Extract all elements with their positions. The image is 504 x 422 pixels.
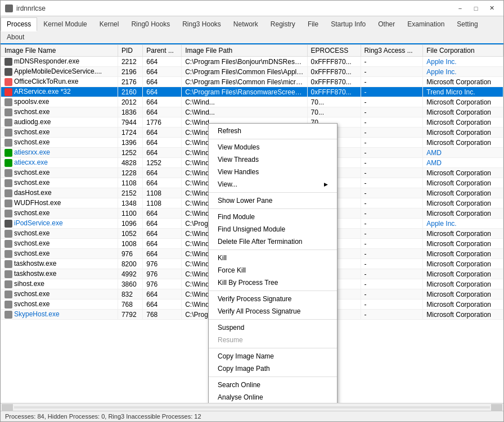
tab-registry[interactable]: Registry [264, 17, 302, 30]
tab-about[interactable]: About [1, 30, 30, 43]
process-pid: 3860 [118, 279, 142, 289]
process-ring3: - [361, 269, 423, 279]
process-path: C:\Program Files\Bonjour\mDNSResponder.e… [182, 57, 307, 67]
process-corp: AMD [423, 158, 503, 168]
tab-network[interactable]: Network [227, 17, 264, 30]
maximize-button[interactable]: □ [469, 3, 483, 14]
process-ring3: - [361, 229, 423, 239]
process-parent: 664 [143, 57, 182, 67]
ctx-item-force-kill[interactable]: Force Kill [209, 264, 337, 276]
process-name-cell: SkypeHost.exe [1, 310, 118, 320]
ctx-item-view[interactable]: View...▶ [209, 178, 337, 190]
ctx-item-show-lower-pane[interactable]: Show Lower Pane [209, 194, 337, 207]
process-parent: 664 [143, 77, 182, 87]
task-icon [4, 270, 12, 278]
ctx-item-find-module[interactable]: Find Module [209, 211, 337, 223]
process-corp: Microsoft Corporation [423, 300, 503, 310]
process-pid: 832 [118, 289, 142, 300]
process-ring3: - [361, 279, 423, 289]
minimize-button[interactable]: − [453, 3, 467, 14]
process-pid: 7944 [118, 117, 142, 128]
tab-kernel[interactable]: Kernel [93, 17, 125, 30]
ctx-item-suspend[interactable]: Suspend [209, 321, 337, 334]
amd-icon [4, 149, 12, 157]
process-pid: 1228 [118, 168, 142, 178]
ctx-separator [209, 208, 337, 209]
table-row[interactable]: spoolsv.exe2012664C:\Wind...70...-Micros… [1, 97, 503, 107]
process-parent: 976 [143, 279, 182, 289]
process-parent: 664 [143, 249, 182, 259]
tab-file[interactable]: File [302, 17, 325, 30]
process-pid: 8200 [118, 259, 142, 269]
process-pid: 1252 [118, 148, 142, 158]
process-name: svchost.exe [14, 239, 50, 247]
horizontal-scrollbar[interactable] [1, 403, 503, 411]
ctx-item-copy-image-name[interactable]: Copy Image Name [209, 350, 337, 362]
table-row[interactable]: mDNSResponder.exe2212664C:\Program Files… [1, 57, 503, 67]
process-name: svchost.exe [14, 290, 50, 298]
process-pid: 4992 [118, 269, 142, 279]
process-parent: 664 [143, 138, 182, 148]
process-parent: 976 [143, 259, 182, 269]
tab-ring0-hooks[interactable]: Ring0 Hooks [125, 17, 176, 30]
close-button[interactable]: ✕ [484, 3, 499, 14]
ctx-item-kill[interactable]: Kill [209, 252, 337, 264]
process-pid: 976 [118, 249, 142, 259]
amd-icon [4, 159, 12, 167]
ctx-item-analyse-online[interactable]: Analyse Online [209, 391, 337, 403]
process-name: sihost.exe [14, 280, 44, 288]
process-corp: Microsoft Corporation [423, 208, 503, 219]
ctx-item-kill-by-process-tree[interactable]: Kill By Process Tree [209, 276, 337, 289]
process-name-cell: audiodg.exe [1, 117, 118, 128]
process-name-cell: svchost.exe [1, 300, 118, 310]
process-name: atiecxx.exe [14, 158, 48, 166]
process-parent: 664 [143, 67, 182, 77]
svc-icon [4, 250, 12, 258]
process-name: mDNSResponder.exe [14, 57, 79, 65]
process-name-cell: mDNSResponder.exe [1, 57, 118, 67]
ipod-icon [4, 220, 12, 228]
ctx-item-view-threads[interactable]: View Threads [209, 153, 337, 166]
ctx-item-find-unsigned-module[interactable]: Find Unsigned Module [209, 223, 337, 235]
ctx-separator [209, 291, 337, 291]
ctx-item-copy-image-path[interactable]: Copy Image Path [209, 362, 337, 375]
process-pid: 1108 [118, 178, 142, 188]
table-row[interactable]: OfficeClickToRun.exe2176664C:\Program Fi… [1, 77, 503, 87]
process-ring3: - [361, 77, 423, 87]
process-pid: 7792 [118, 310, 142, 320]
process-corp: Microsoft Corporation [423, 269, 503, 279]
tab-setting[interactable]: Setting [451, 17, 484, 30]
tab-process[interactable]: Process [1, 17, 37, 31]
process-name-cell: taskhostw.exe [1, 269, 118, 279]
tab-examination[interactable]: Examination [401, 17, 451, 30]
process-path: C:\Program Files\Common Files\microsoft … [182, 77, 307, 87]
process-name-cell: OfficeClickToRun.exe [1, 77, 118, 87]
table-row[interactable]: AppleMobileDeviceService....2196664C:\Pr… [1, 67, 503, 77]
process-corp: Apple Inc. [423, 219, 503, 229]
ctx-item-refresh[interactable]: Refresh [209, 125, 337, 137]
svc-icon [4, 240, 12, 248]
ctx-item-verify-process-signature[interactable]: Verify Process Signature [209, 293, 337, 305]
ctx-item-view-modules[interactable]: View Modules [209, 141, 337, 153]
process-table-container[interactable]: Image File NamePIDParent ...Image File P… [1, 44, 503, 403]
process-ring3: - [361, 97, 423, 107]
ctx-item-verify-all-process-signatrue[interactable]: Verify All Process Signatrue [209, 305, 337, 317]
table-row[interactable]: svchost.exe1836664C:\Wind...70...-Micros… [1, 107, 503, 117]
ctx-item-view-handles[interactable]: View Handles [209, 166, 337, 178]
ctx-item-delete-file-after-termination[interactable]: Delete File After Termination [209, 235, 337, 248]
process-ring3: - [361, 219, 423, 229]
process-name-cell: AppleMobileDeviceService.... [1, 67, 118, 77]
tab-kernel-module[interactable]: Kernel Module [37, 17, 93, 30]
process-corp: Microsoft Corporation [423, 310, 503, 320]
tab-startup-info[interactable]: Startup Info [325, 17, 372, 30]
dns-icon [4, 58, 12, 66]
tab-other[interactable]: Other [372, 17, 401, 30]
table-row[interactable]: ARService.exe *322160664C:\Program Files… [1, 87, 503, 97]
skype-icon [4, 311, 12, 319]
process-name: svchost.exe [14, 300, 50, 308]
process-name-cell: svchost.exe [1, 168, 118, 178]
ctx-item-search-online[interactable]: Search Online [209, 379, 337, 391]
process-corp: Microsoft Corporation [423, 289, 503, 300]
process-ring3: - [361, 249, 423, 259]
tab-ring3-hooks[interactable]: Ring3 Hooks [176, 17, 227, 30]
